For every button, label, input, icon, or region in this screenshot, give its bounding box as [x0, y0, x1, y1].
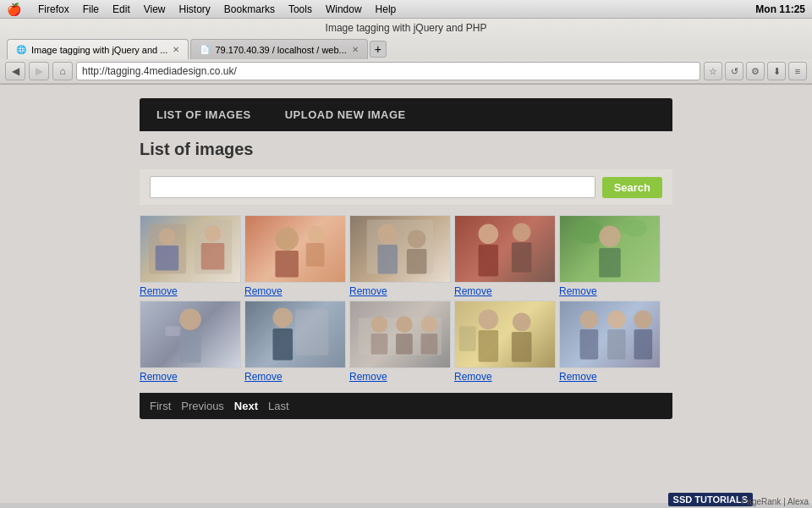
- image-item-5: Remove: [559, 215, 661, 297]
- svg-point-1: [159, 228, 176, 245]
- apple-menu[interactable]: 🍎: [7, 3, 21, 16]
- image-thumb-5[interactable]: [559, 215, 661, 283]
- image-item-4: Remove: [454, 215, 556, 297]
- tab-secondary[interactable]: 📄 79.170.40.39 / localhost / web... ✕: [190, 39, 367, 59]
- svg-rect-31: [371, 334, 388, 355]
- browser-chrome: Image tagging with jQuery and PHP 🌐 Imag…: [0, 19, 812, 85]
- image-thumb-1[interactable]: [140, 215, 241, 283]
- remove-link-6[interactable]: Remove: [140, 371, 178, 383]
- view-menu[interactable]: View: [144, 3, 166, 15]
- image-thumb-4[interactable]: [454, 215, 556, 283]
- url-bar[interactable]: http://tagging.4mediadesign.co.uk/: [76, 62, 700, 80]
- tab-close-button[interactable]: ✕: [173, 45, 179, 54]
- refresh-button[interactable]: ↺: [725, 62, 743, 80]
- image-thumb-10[interactable]: [559, 301, 661, 368]
- pagination-last[interactable]: Last: [268, 400, 289, 412]
- image-thumb-9[interactable]: [454, 301, 556, 368]
- svg-point-20: [599, 225, 621, 247]
- pagination-next[interactable]: Next: [234, 400, 258, 412]
- svg-point-22: [623, 220, 648, 237]
- tab2-close-button[interactable]: ✕: [352, 45, 359, 54]
- image-thumb-6[interactable]: [140, 301, 241, 368]
- forward-button[interactable]: ▶: [29, 62, 49, 80]
- svg-point-23: [179, 309, 201, 331]
- history-menu[interactable]: History: [179, 3, 211, 15]
- content-wrapper: LIST OF IMAGES UPLOAD NEW IMAGE List of …: [140, 98, 672, 489]
- back-button[interactable]: ◀: [5, 62, 25, 80]
- file-menu[interactable]: File: [83, 3, 99, 15]
- svg-rect-18: [512, 242, 532, 272]
- remove-link-1[interactable]: Remove: [140, 285, 178, 297]
- svg-rect-16: [479, 245, 499, 276]
- help-menu[interactable]: Help: [376, 3, 397, 15]
- more-icon[interactable]: ≡: [788, 62, 807, 80]
- image-thumb-2[interactable]: [244, 215, 346, 283]
- firefox-menu[interactable]: Firefox: [38, 3, 69, 15]
- svg-rect-35: [421, 334, 438, 355]
- browser-title: Image tagging with jQuery and PHP: [0, 19, 812, 36]
- remove-link-5[interactable]: Remove: [559, 285, 597, 297]
- bookmarks-menu[interactable]: Bookmarks: [224, 3, 275, 15]
- nav-list-of-images[interactable]: LIST OF IMAGES: [140, 98, 268, 131]
- new-tab-button[interactable]: +: [370, 41, 387, 58]
- remove-link-7[interactable]: Remove: [244, 371, 283, 383]
- svg-point-32: [396, 316, 413, 333]
- search-input[interactable]: [150, 176, 595, 198]
- svg-point-41: [580, 310, 599, 329]
- image-item-2: Remove: [244, 215, 346, 297]
- remove-link-4[interactable]: Remove: [454, 285, 492, 297]
- edit-menu[interactable]: Edit: [112, 3, 130, 15]
- svg-point-17: [513, 224, 531, 242]
- svg-rect-7: [275, 251, 299, 277]
- image-thumb-3[interactable]: [349, 215, 451, 283]
- home-button[interactable]: ⌂: [52, 62, 73, 80]
- tools-menu[interactable]: Tools: [288, 3, 312, 15]
- image-item-10: Remove: [559, 301, 661, 383]
- pagination-previous[interactable]: Previous: [181, 400, 224, 412]
- svg-point-11: [377, 224, 398, 245]
- pagination-first[interactable]: First: [150, 400, 171, 412]
- svg-rect-24: [179, 331, 201, 362]
- remove-link-9[interactable]: Remove: [454, 371, 492, 383]
- tab-favicon: 🌐: [16, 45, 26, 54]
- page-title: List of images: [140, 140, 672, 159]
- svg-rect-5: [201, 243, 225, 269]
- svg-point-15: [479, 224, 499, 245]
- tab-label: Image tagging with jQuery and ...: [31, 45, 167, 55]
- search-button[interactable]: Search: [602, 177, 662, 198]
- svg-rect-27: [272, 329, 293, 360]
- page-content: LIST OF IMAGES UPLOAD NEW IMAGE List of …: [0, 85, 812, 503]
- svg-rect-40: [459, 326, 476, 351]
- svg-point-8: [308, 225, 325, 242]
- svg-rect-37: [479, 330, 499, 362]
- image-thumb-8[interactable]: [349, 301, 451, 368]
- search-bar: Search: [140, 169, 672, 205]
- download-icon[interactable]: ⬇: [767, 62, 786, 80]
- svg-point-34: [421, 316, 438, 333]
- tab-active[interactable]: 🌐 Image tagging with jQuery and ... ✕: [7, 39, 189, 59]
- image-item-6: Remove: [140, 301, 241, 383]
- svg-rect-2: [156, 246, 179, 271]
- svg-rect-39: [512, 332, 532, 362]
- bookmark-star-icon[interactable]: ☆: [704, 62, 722, 80]
- window-menu[interactable]: Window: [326, 3, 362, 15]
- settings-icon[interactable]: ⚙: [746, 62, 765, 80]
- remove-link-3[interactable]: Remove: [349, 285, 387, 297]
- image-item-9: Remove: [454, 301, 556, 383]
- nav-icons: ☆ ↺ ⚙ ⬇ ≡: [704, 62, 807, 80]
- nav-upload-new-image[interactable]: UPLOAD NEW IMAGE: [268, 98, 423, 131]
- image-item-7: Remove: [244, 301, 346, 383]
- svg-rect-14: [407, 249, 427, 274]
- tab2-favicon: 📄: [200, 45, 210, 54]
- image-thumb-7[interactable]: [244, 301, 346, 368]
- svg-point-43: [607, 310, 626, 329]
- svg-rect-21: [599, 248, 621, 277]
- remove-link-10[interactable]: Remove: [559, 371, 597, 383]
- svg-point-30: [371, 316, 388, 333]
- remove-link-2[interactable]: Remove: [244, 285, 283, 297]
- url-text: http://tagging.4mediadesign.co.uk/: [82, 65, 237, 77]
- svg-rect-33: [396, 334, 413, 355]
- tab2-label: 79.170.40.39 / localhost / web...: [215, 45, 346, 55]
- svg-rect-12: [377, 245, 398, 273]
- remove-link-8[interactable]: Remove: [349, 371, 387, 383]
